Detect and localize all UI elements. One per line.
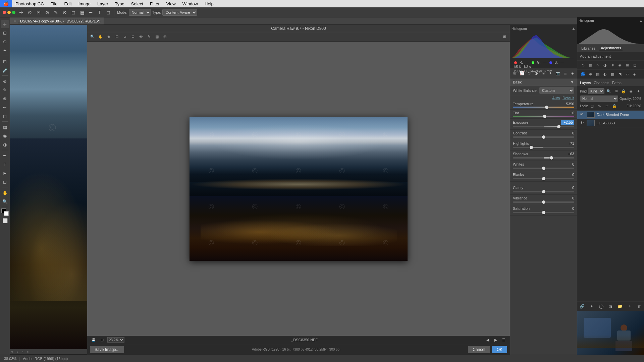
- layer-style-btn[interactable]: ✦: [588, 303, 595, 310]
- lock-position-icon[interactable]: ✛: [604, 103, 610, 109]
- adj-color-balance-icon[interactable]: ⊞: [624, 62, 630, 68]
- text-tool[interactable]: T: [96, 9, 103, 16]
- kind-select[interactable]: Kind: [588, 88, 604, 94]
- tool-zoom[interactable]: 🔍: [1, 197, 9, 205]
- cam-save-icon[interactable]: 💾: [90, 337, 97, 343]
- adj-threshold-icon[interactable]: ◥: [617, 71, 623, 77]
- tool-history-brush[interactable]: ↩: [1, 103, 9, 111]
- tool-marquee[interactable]: ⊡: [1, 29, 9, 37]
- adj-posterize-icon[interactable]: ▦: [609, 71, 615, 77]
- cam-toggle-preview[interactable]: ⊞: [501, 34, 508, 40]
- contrast-slider-thumb[interactable]: [542, 135, 545, 139]
- layer-item-2[interactable]: 👁 _DSC8353: [577, 119, 644, 127]
- shadows-slider-track[interactable]: [513, 157, 574, 159]
- close-button[interactable]: [3, 11, 6, 14]
- move-tool[interactable]: ✛: [17, 9, 25, 16]
- highlights-slider-thumb[interactable]: [530, 146, 533, 149]
- zoom-select[interactable]: 23.2%: [107, 337, 124, 343]
- layer-group-btn[interactable]: 📁: [617, 303, 624, 310]
- exposure-slider-track[interactable]: [513, 126, 574, 127]
- cancel-button[interactable]: Cancel: [468, 346, 490, 353]
- tool-path-select[interactable]: ►: [1, 169, 9, 177]
- pen-tool[interactable]: ✒: [87, 9, 95, 16]
- tool-crop[interactable]: ⊡: [1, 57, 9, 65]
- tool-magic-wand[interactable]: ✦: [1, 46, 9, 54]
- contrast-slider-track[interactable]: [513, 136, 574, 138]
- tool-move[interactable]: ✛: [1, 20, 9, 28]
- layer-link-btn[interactable]: 🔗: [579, 303, 585, 310]
- tool-hand[interactable]: ✋: [1, 189, 9, 197]
- color-swatches[interactable]: [1, 208, 9, 216]
- clone-tool[interactable]: ⊗: [61, 9, 68, 16]
- eraser-tool[interactable]: ◻: [70, 9, 77, 16]
- layer-adj-btn[interactable]: ◑: [607, 303, 614, 310]
- cam-adj-brush[interactable]: ✎: [146, 34, 152, 40]
- default-button[interactable]: Default: [562, 96, 574, 100]
- clarity-slider-thumb[interactable]: [542, 190, 545, 193]
- adj-levels-icon[interactable]: ▦: [587, 62, 593, 68]
- spot-heal-tool[interactable]: ⊛: [44, 9, 51, 16]
- wb-select[interactable]: Custom As Shot Auto Daylight Cloudy: [539, 87, 574, 94]
- menu-view[interactable]: View: [163, 0, 179, 7]
- adj-exposure-icon[interactable]: ◑: [602, 62, 608, 68]
- menu-file[interactable]: File: [47, 0, 61, 7]
- highlights-slider-track[interactable]: [513, 147, 574, 148]
- document-tab-active[interactable]: ✕ _DSC6574–1 copy @ 38% (_DSC6572, RGB/1…: [10, 17, 104, 24]
- cam-crop-tool[interactable]: ⊡: [113, 34, 120, 40]
- minimize-button[interactable]: [7, 11, 11, 14]
- adjustments-tab[interactable]: Adjustments: [599, 46, 623, 50]
- cam-radial-filter[interactable]: ◎: [162, 34, 168, 40]
- layer-lock-icon[interactable]: 🔒: [621, 88, 627, 94]
- layers-tab[interactable]: Layers: [580, 81, 591, 85]
- menu-image[interactable]: Image: [75, 0, 94, 7]
- adj-gradient-map-icon[interactable]: ▱: [624, 71, 630, 77]
- cam-menu-btn[interactable]: ☰: [500, 337, 507, 343]
- background-color[interactable]: [4, 211, 9, 216]
- photo-viewport[interactable]: © © © © © © © © © © © ©: [87, 42, 510, 336]
- gradient-tool[interactable]: ▦: [78, 9, 86, 16]
- tool-pen[interactable]: ✒: [1, 152, 9, 160]
- lock-image-icon[interactable]: ✎: [597, 103, 603, 109]
- menu-edit[interactable]: Edit: [61, 0, 75, 7]
- temperature-slider-track[interactable]: [513, 107, 574, 108]
- tool-eyedropper[interactable]: 💉: [1, 66, 9, 74]
- basic-header-icon[interactable]: ▼: [570, 80, 574, 84]
- adj-brightness-icon[interactable]: ⊙: [580, 62, 586, 68]
- whites-slider-thumb[interactable]: [542, 167, 545, 170]
- menu-window[interactable]: Window: [179, 0, 201, 7]
- cam-prev-btn[interactable]: ◀: [484, 337, 491, 343]
- ok-button[interactable]: OK: [492, 346, 507, 353]
- layer-2-visibility[interactable]: 👁: [580, 121, 585, 125]
- crop-tool[interactable]: ⊡: [35, 9, 42, 16]
- auto-button[interactable]: Auto: [552, 96, 560, 100]
- menu-layer[interactable]: Layer: [94, 0, 112, 7]
- blacks-slider-track[interactable]: [513, 178, 574, 179]
- brush-tool[interactable]: ✎: [52, 9, 60, 16]
- cam-next-btn[interactable]: ▶: [492, 337, 499, 343]
- tint-slider-thumb[interactable]: [543, 115, 546, 118]
- cam-nav-btn[interactable]: ⊞: [99, 337, 105, 343]
- adj-curves-icon[interactable]: 〜: [595, 62, 601, 68]
- tool-lasso[interactable]: ⊙: [1, 38, 9, 46]
- tool-spot-heal[interactable]: ⊛: [1, 77, 9, 85]
- tool-eraser[interactable]: ◻: [1, 112, 9, 120]
- shape-tool[interactable]: ◻: [105, 9, 112, 16]
- lasso-tool[interactable]: ⊙: [26, 9, 34, 16]
- lock-all-icon[interactable]: 🔒: [611, 103, 618, 109]
- adj-invert-icon[interactable]: ◐: [602, 71, 608, 77]
- adj-selective-color-icon[interactable]: ◈: [632, 71, 638, 77]
- layer-mask-btn[interactable]: ◯: [598, 303, 604, 310]
- lock-transparent-icon[interactable]: ◻: [589, 103, 595, 109]
- layer-item-1[interactable]: 👁 Dark Blended Done: [577, 111, 644, 119]
- tool-gradient[interactable]: ▦: [1, 123, 9, 131]
- tool-shape[interactable]: ◻: [1, 178, 9, 186]
- tint-slider-track[interactable]: [513, 116, 574, 117]
- menu-select[interactable]: Select: [128, 0, 147, 7]
- layer-color-icon[interactable]: ◈: [628, 88, 634, 94]
- saturation-slider-thumb[interactable]: [542, 211, 545, 214]
- menu-help[interactable]: Help: [201, 0, 217, 7]
- blend-mode-select[interactable]: Normal: [580, 96, 618, 102]
- shadows-slider-thumb[interactable]: [550, 156, 553, 160]
- paths-tab[interactable]: Paths: [612, 81, 622, 85]
- layer-1-visibility[interactable]: 👁: [580, 112, 585, 117]
